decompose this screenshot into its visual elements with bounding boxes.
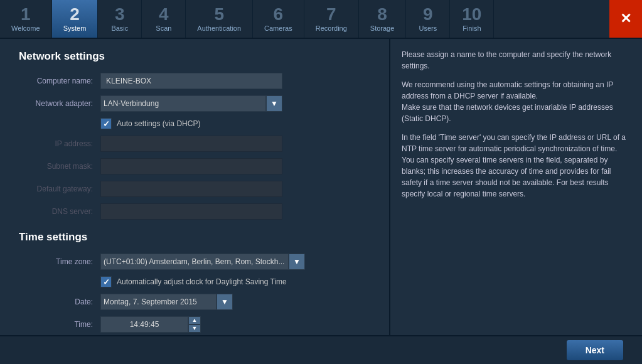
bottom-bar: Next — [0, 335, 642, 364]
network-adapter-label: Network adapter: — [19, 99, 100, 108]
step-num-5: 5 — [214, 6, 224, 23]
dst-label: Automatically adjust clock for Daylight … — [117, 277, 287, 286]
step-label-recording: Recording — [316, 24, 347, 32]
subnet-mask-label: Subnet mask: — [19, 162, 100, 171]
step-label-cameras: Cameras — [264, 24, 292, 32]
time-spinner-buttons: ▲ ▼ — [188, 316, 201, 333]
default-gateway-label: Default gateway: — [19, 185, 100, 193]
subnet-mask-input — [100, 158, 282, 174]
time-zone-select-wrapper: (UTC+01:00) Amsterdam, Berlin, Bern, Rom… — [100, 254, 282, 270]
ip-address-row: IP address: — [19, 136, 370, 152]
auto-settings-checkbox-wrapper[interactable]: ✓ Auto settings (via DHCP) — [100, 118, 200, 129]
ip-address-input — [100, 136, 282, 152]
network-adapter-dropdown-arrow[interactable]: ▼ — [266, 95, 282, 112]
step-num-4: 4 — [159, 6, 169, 23]
auto-settings-checkbox[interactable]: ✓ — [100, 118, 112, 129]
dns-server-row: DNS server: — [19, 203, 370, 220]
step-num-1: 1 — [21, 6, 31, 23]
step-num-3: 3 — [115, 6, 125, 23]
step-num-9: 9 — [423, 6, 433, 23]
computer-name-label: Computer name: — [19, 77, 100, 85]
step-label-system: System — [63, 24, 87, 32]
close-button[interactable]: ✕ — [609, 0, 642, 38]
default-gateway-input — [100, 181, 282, 197]
step-num-8: 8 — [377, 6, 387, 23]
time-zone-row: Time zone: (UTC+01:00) Amsterdam, Berlin… — [19, 254, 370, 270]
date-select[interactable]: Montag, 7. September 2015 — [100, 294, 217, 310]
nav-item-users[interactable]: 9 Users — [406, 0, 450, 38]
help-para-3: In the field 'Time server' you can speci… — [402, 132, 631, 200]
date-row: Date: Montag, 7. September 2015 ▼ — [19, 294, 370, 310]
help-para-2: We recommend using the automatic setting… — [402, 79, 631, 124]
computer-name-input[interactable] — [100, 73, 282, 89]
nav-item-welcome[interactable]: 1 Welcome — [0, 0, 52, 38]
close-icon: ✕ — [620, 11, 631, 27]
nav-item-recording[interactable]: 7 Recording — [304, 0, 359, 38]
computer-name-row: Computer name: — [19, 73, 370, 89]
dst-checkmark-icon: ✓ — [103, 277, 110, 287]
time-spinner-wrapper: ▲ ▼ — [100, 316, 201, 333]
time-row: Time: ▲ ▼ — [19, 316, 370, 333]
step-num-2: 2 — [70, 6, 80, 23]
main-content: Network settings Computer name: Network … — [0, 39, 642, 364]
time-label: Time: — [19, 320, 100, 329]
network-adapter-select[interactable]: LAN-Verbindung — [100, 95, 266, 112]
step-label-welcome: Welcome — [11, 24, 40, 32]
checkmark-icon: ✓ — [103, 119, 110, 129]
network-adapter-row: Network adapter: LAN-Verbindung ▼ — [19, 95, 370, 112]
subnet-mask-row: Subnet mask: — [19, 158, 370, 174]
step-label-scan: Scan — [156, 24, 171, 32]
dns-server-label: DNS server: — [19, 207, 100, 216]
time-increment-button[interactable]: ▲ — [188, 316, 201, 324]
dst-checkbox-wrapper[interactable]: ✓ Automatically adjust clock for Dayligh… — [100, 276, 287, 287]
default-gateway-row: Default gateway: — [19, 181, 370, 197]
nav-item-system[interactable]: 2 System — [52, 0, 99, 38]
time-zone-label: Time zone: — [19, 257, 100, 266]
time-decrement-button[interactable]: ▼ — [188, 324, 201, 333]
top-navigation: 1 Welcome 2 System 3 Basic 4 Scan 5 Auth… — [0, 0, 642, 39]
step-label-basic: Basic — [111, 24, 128, 32]
next-button[interactable]: Next — [567, 340, 623, 360]
time-input[interactable] — [100, 316, 188, 333]
nav-item-storage[interactable]: 8 Storage — [359, 0, 407, 38]
nav-item-finish[interactable]: 10 Finish — [450, 0, 494, 38]
time-settings-title: Time settings — [19, 231, 370, 244]
step-num-10: 10 — [462, 6, 481, 23]
network-settings-title: Network settings — [19, 50, 370, 63]
help-para-1: Please assign a name to the computer and… — [402, 49, 631, 72]
time-zone-dropdown-arrow[interactable]: ▼ — [289, 254, 305, 270]
auto-settings-row: ✓ Auto settings (via DHCP) — [100, 118, 370, 129]
step-label-users: Users — [419, 24, 437, 32]
time-zone-select[interactable]: (UTC+01:00) Amsterdam, Berlin, Bern, Rom… — [100, 254, 289, 270]
step-label-finish: Finish — [463, 24, 481, 32]
step-label-authentication: Authentication — [197, 24, 241, 32]
step-num-7: 7 — [326, 6, 336, 23]
nav-item-authentication[interactable]: 5 Authentication — [186, 0, 253, 38]
step-num-6: 6 — [274, 6, 284, 23]
dns-server-input — [100, 203, 282, 220]
date-select-wrapper: Montag, 7. September 2015 ▼ — [100, 294, 233, 310]
dst-row: ✓ Automatically adjust clock for Dayligh… — [100, 276, 370, 287]
network-adapter-select-wrapper: LAN-Verbindung ▼ — [100, 95, 282, 112]
right-panel: Please assign a name to the computer and… — [389, 39, 642, 364]
nav-item-scan[interactable]: 4 Scan — [142, 0, 186, 38]
date-dropdown-arrow[interactable]: ▼ — [217, 294, 233, 310]
date-label: Date: — [19, 297, 100, 306]
left-panel: Network settings Computer name: Network … — [0, 39, 389, 364]
auto-settings-label: Auto settings (via DHCP) — [117, 119, 200, 128]
step-label-storage: Storage — [370, 24, 395, 32]
nav-item-basic[interactable]: 3 Basic — [98, 0, 142, 38]
dst-checkbox[interactable]: ✓ — [100, 276, 112, 287]
ip-address-label: IP address: — [19, 139, 100, 148]
nav-item-cameras[interactable]: 6 Cameras — [253, 0, 304, 38]
